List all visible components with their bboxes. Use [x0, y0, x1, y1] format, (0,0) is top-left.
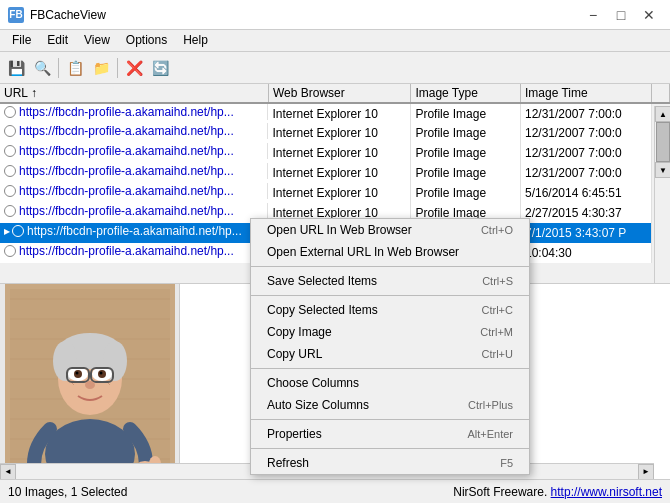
cell-url: ▶https://fbcdn-profile-a.akamaihd.net/hp…	[0, 223, 268, 239]
toolbar-save[interactable]: 💾	[4, 56, 28, 80]
menu-view[interactable]: View	[76, 32, 118, 49]
context-menu-item[interactable]: RefreshF5	[251, 452, 529, 474]
cell-url: https://fbcdn-profile-a.akamaihd.net/hp.…	[0, 143, 268, 159]
col-header-imgtype[interactable]: Image Type	[411, 84, 521, 103]
context-menu-item[interactable]: Auto Size ColumnsCtrl+Plus	[251, 394, 529, 416]
h-scroll-left[interactable]: ◄	[0, 464, 16, 480]
table-row[interactable]: https://fbcdn-profile-a.akamaihd.net/hp.…	[0, 103, 670, 123]
svg-point-21	[85, 381, 95, 389]
cell-imgtype: Profile Image	[411, 103, 521, 123]
table-row[interactable]: https://fbcdn-profile-a.akamaihd.net/hp.…	[0, 143, 670, 163]
table-row[interactable]: https://fbcdn-profile-a.akamaihd.net/hp.…	[0, 123, 670, 143]
row-icon	[4, 106, 16, 118]
col-header-browser[interactable]: Web Browser	[268, 84, 410, 103]
cell-imgtype: Profile Image	[411, 183, 521, 203]
cell-url: https://fbcdn-profile-a.akamaihd.net/hp.…	[0, 104, 268, 120]
cell-imgtime: 10:04:30	[520, 243, 651, 263]
context-menu-item-label: Open URL In Web Browser	[267, 223, 412, 237]
restore-button[interactable]: □	[608, 5, 634, 25]
svg-point-20	[99, 372, 102, 375]
status-nirsoft-link[interactable]: http://www.nirsoft.net	[551, 485, 662, 499]
menu-bar: File Edit View Options Help	[0, 30, 670, 52]
context-menu-item[interactable]: Save Selected ItemsCtrl+S	[251, 270, 529, 292]
menu-file[interactable]: File	[4, 32, 39, 49]
row-icon	[4, 245, 16, 257]
status-count: 10 Images, 1 Selected	[8, 485, 453, 499]
context-menu-item[interactable]: Open URL In Web BrowserCtrl+O	[251, 219, 529, 241]
toolbar-sep-1	[58, 58, 59, 78]
context-menu-item-shortcut: Ctrl+S	[482, 275, 513, 287]
cell-url: https://fbcdn-profile-a.akamaihd.net/hp.…	[0, 203, 268, 219]
table-row[interactable]: https://fbcdn-profile-a.akamaihd.net/hp.…	[0, 163, 670, 183]
toolbar-open[interactable]: 📁	[89, 56, 113, 80]
context-menu-item[interactable]: PropertiesAlt+Enter	[251, 423, 529, 445]
cell-url: https://fbcdn-profile-a.akamaihd.net/hp.…	[0, 123, 268, 139]
row-icon	[4, 165, 16, 177]
context-menu-item[interactable]: Copy ImageCtrl+M	[251, 321, 529, 343]
toolbar-sep-2	[117, 58, 118, 78]
row-icon	[4, 185, 16, 197]
context-menu-item-shortcut: Alt+Enter	[467, 428, 513, 440]
cell-imgtime: 7/1/2015 3:43:07 P	[520, 223, 651, 243]
context-menu: Open URL In Web BrowserCtrl+OOpen Extern…	[250, 218, 530, 475]
cell-browser: Internet Explorer 10	[268, 103, 410, 123]
cell-imgtype: Profile Image	[411, 163, 521, 183]
menu-edit[interactable]: Edit	[39, 32, 76, 49]
context-menu-item[interactable]: Copy Selected ItemsCtrl+C	[251, 299, 529, 321]
context-menu-item-label: Choose Columns	[267, 376, 359, 390]
row-icon	[4, 205, 16, 217]
app-icon: FB	[8, 7, 24, 23]
minimize-button[interactable]: −	[580, 5, 606, 25]
col-header-imgtime[interactable]: Image Time	[520, 84, 651, 103]
status-right: NirSoft Freeware. http://www.nirsoft.net	[453, 485, 662, 499]
row-icon	[4, 125, 16, 137]
context-menu-item[interactable]: Choose Columns	[251, 372, 529, 394]
row-icon	[12, 225, 24, 237]
table-scrollbar[interactable]: ▲ ▼	[654, 106, 670, 284]
context-menu-separator	[251, 448, 529, 449]
title-text: FBCacheView	[30, 8, 106, 22]
table-header: URL ↑ Web Browser Image Type Image Time	[0, 84, 670, 103]
cell-imgtime: 12/31/2007 7:00:0	[520, 143, 651, 163]
table-row[interactable]: https://fbcdn-profile-a.akamaihd.net/hp.…	[0, 183, 670, 203]
cell-browser: Internet Explorer 10	[268, 183, 410, 203]
toolbar-refresh[interactable]: 🔄	[148, 56, 172, 80]
context-menu-item-shortcut: Ctrl+Plus	[468, 399, 513, 411]
menu-help[interactable]: Help	[175, 32, 216, 49]
context-menu-separator	[251, 368, 529, 369]
cell-browser: Internet Explorer 10	[268, 123, 410, 143]
context-menu-separator	[251, 419, 529, 420]
context-menu-item-label: Refresh	[267, 456, 309, 470]
toolbar: 💾 🔍 📋 📁 ❌ 🔄	[0, 52, 670, 84]
cell-imgtime: 12/31/2007 7:00:0	[520, 163, 651, 183]
col-header-url[interactable]: URL ↑	[0, 84, 268, 103]
context-menu-item[interactable]: Copy URLCtrl+U	[251, 343, 529, 365]
scrollbar-up[interactable]: ▲	[655, 106, 670, 122]
menu-options[interactable]: Options	[118, 32, 175, 49]
status-bar: 10 Images, 1 Selected NirSoft Freeware. …	[0, 479, 670, 503]
context-menu-item[interactable]: Open External URL In Web Browser	[251, 241, 529, 263]
cell-imgtime: 2/27/2015 4:30:37	[520, 203, 651, 223]
col-header-scroll	[652, 84, 670, 103]
close-button[interactable]: ✕	[636, 5, 662, 25]
h-scroll-right[interactable]: ►	[638, 464, 654, 480]
title-controls: − □ ✕	[580, 5, 662, 25]
image-display	[5, 284, 175, 484]
scrollbar-down[interactable]: ▼	[655, 162, 670, 178]
context-menu-item-shortcut: Ctrl+U	[482, 348, 513, 360]
toolbar-search[interactable]: 🔍	[30, 56, 54, 80]
toolbar-delete[interactable]: ❌	[122, 56, 146, 80]
context-menu-item-label: Open External URL In Web Browser	[267, 245, 459, 259]
scrollbar-thumb[interactable]	[656, 122, 670, 162]
context-menu-item-shortcut: Ctrl+M	[480, 326, 513, 338]
context-menu-item-label: Copy Selected Items	[267, 303, 378, 317]
toolbar-copy[interactable]: 📋	[63, 56, 87, 80]
context-menu-item-label: Copy URL	[267, 347, 322, 361]
cell-url: https://fbcdn-profile-a.akamaihd.net/hp.…	[0, 163, 268, 179]
svg-point-19	[75, 372, 78, 375]
cell-imgtype: Profile Image	[411, 123, 521, 143]
context-menu-separator	[251, 295, 529, 296]
context-menu-item-shortcut: Ctrl+O	[481, 224, 513, 236]
context-menu-item-label: Copy Image	[267, 325, 332, 339]
context-menu-separator	[251, 266, 529, 267]
